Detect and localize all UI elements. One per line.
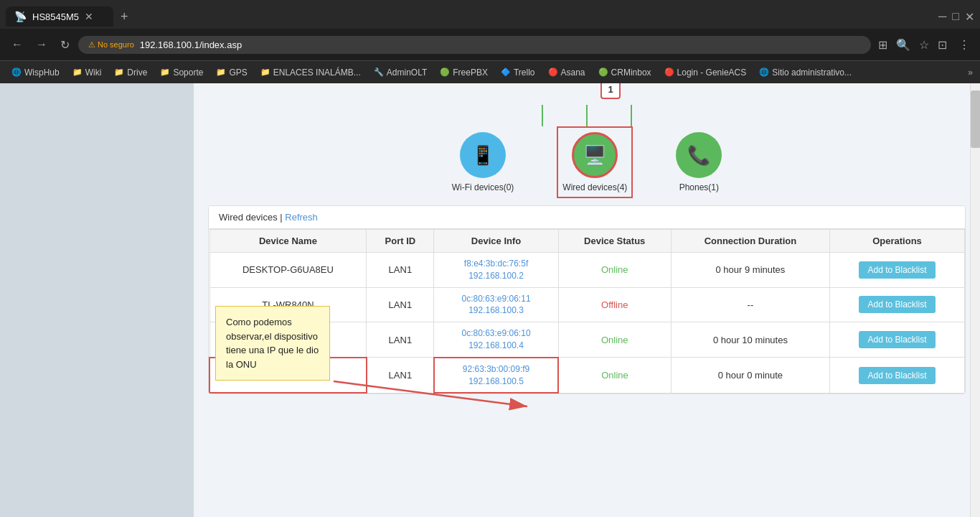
col-device-status: Device Status (558, 230, 671, 253)
wired-devices-label: Wired devices(4) (562, 182, 627, 192)
address-bar[interactable]: ⚠ No seguro (78, 36, 871, 54)
browser-actions: ⊞ 🔍 ☆ ⊡ ⋮ (875, 35, 973, 55)
wired-icon-circle: 🖥️ (572, 132, 618, 178)
menu-button[interactable]: ⋮ (956, 35, 973, 55)
table-header-row: Device Name Port ID Device Info Device S… (209, 230, 965, 253)
port-id-cell: LAN1 (367, 322, 434, 358)
wifi-devices-label: Wi-Fi devices(0) (452, 182, 514, 192)
device-info-cell: 0c:80:63:e9:06:10192.168.100.4 (434, 322, 558, 358)
table-header: Wired devices | Refresh (209, 206, 965, 229)
connection-duration-cell: 0 hour 0 minute (671, 358, 829, 393)
device-status-cell: Online (558, 322, 671, 358)
url-input[interactable] (140, 39, 861, 50)
bookmark-sitio[interactable]: 🌐Sitio administrativo... (755, 66, 856, 79)
diagram-area: 1 📱 Wi-Fi devices(0) 🖥️ (194, 83, 980, 205)
device-status-cell: Online (558, 358, 671, 393)
forward-button[interactable]: → (32, 35, 52, 54)
badge-1: 1 (600, 83, 621, 99)
table-title: Wired devices (219, 212, 278, 223)
table-row: DESKTOP-G6UA8EU LAN1 f8:e4:3b:dc:76:5f19… (209, 253, 965, 288)
back-button[interactable]: ← (7, 35, 27, 54)
add-to-blacklist-button[interactable]: Add to Blacklist (859, 261, 935, 279)
wifi-devices-icon[interactable]: 📱 Wi-Fi devices(0) (452, 132, 514, 192)
translate-button[interactable]: ⊞ (875, 35, 890, 55)
new-tab-button[interactable]: + (121, 9, 128, 24)
device-name-cell: DESKTOP-G6UA8EU (209, 253, 367, 288)
col-port-id: Port ID (367, 230, 434, 253)
refresh-link[interactable]: Refresh (285, 212, 318, 223)
bookmark-asana[interactable]: 🔴Asana (544, 66, 590, 79)
port-id-cell: LAN1 (367, 287, 434, 322)
bookmarks-bar: 🌐WispHub 📁Wiki 📁Drive 📁Soporte 📁GPS 📁ENL… (0, 60, 980, 83)
phones-label: Phones(1) (679, 182, 719, 192)
connection-duration-cell: -- (671, 287, 829, 322)
scrollbar-thumb[interactable] (971, 90, 980, 148)
bookmark-drive[interactable]: 📁Drive (110, 66, 151, 79)
zoom-button[interactable]: 🔍 (893, 35, 913, 55)
col-connection-duration: Connection Duration (671, 230, 829, 253)
tab-favicon: 📡 (14, 11, 27, 22)
wired-devices-icon[interactable]: 🖥️ Wired devices(4) (557, 126, 633, 198)
tab-close-button[interactable]: ✕ (85, 11, 93, 22)
add-to-blacklist-button[interactable]: Add to Blacklist (859, 331, 935, 348)
device-info-cell: 0c:80:63:e9:06:11192.168.100.3 (434, 287, 558, 322)
col-device-info: Device Info (434, 230, 558, 253)
bookmark-adminolt[interactable]: 🔧AdminOLT (369, 66, 431, 79)
device-info-cell: f8:e4:3b:dc:76:5f192.168.100.2 (434, 253, 558, 288)
tab-title: HS8545M5 (32, 11, 79, 22)
bookmark-enlaces[interactable]: 📁ENLACES INALÁMB... (256, 66, 365, 79)
operations-cell: Add to Blacklist (830, 287, 965, 322)
wifi-icon-circle: 📱 (460, 132, 506, 178)
extensions-button[interactable]: ⊡ (935, 35, 950, 55)
add-to-blacklist-button[interactable]: Add to Blacklist (859, 296, 935, 313)
bookmark-freepbx[interactable]: 🟢FreePBX (435, 66, 492, 79)
bookmark-wiki[interactable]: 📁Wiki (68, 66, 106, 79)
main-area: 1 📱 Wi-Fi devices(0) 🖥️ (194, 83, 980, 517)
annotation-box: Como podemos observar,el dispositivo tie… (215, 306, 330, 381)
page-content: 1 📱 Wi-Fi devices(0) 🖥️ (0, 83, 980, 517)
connection-duration-cell: 0 hour 10 minutes (671, 322, 829, 358)
phones-icon[interactable]: 📞 Phones(1) (676, 132, 722, 192)
connection-duration-cell: 0 hour 9 minutes (671, 253, 829, 288)
device-status-cell: Offline (558, 287, 671, 322)
operations-cell: Add to Blacklist (830, 253, 965, 288)
bookmark-trello[interactable]: 🔷Trello (496, 66, 540, 79)
port-id-cell: LAN1 (367, 253, 434, 288)
col-device-name: Device Name (209, 230, 367, 253)
svg-line-1 (334, 381, 527, 406)
col-operations: Operations (830, 230, 965, 253)
device-icons-row: 📱 Wi-Fi devices(0) 🖥️ Wired devices(4) 📞 (452, 126, 722, 198)
bookmark-wisphub[interactable]: 🌐WispHub (7, 66, 64, 79)
maximize-button[interactable]: □ (952, 10, 959, 23)
scrollbar-track[interactable] (970, 83, 980, 517)
security-indicator: ⚠ No seguro (88, 40, 134, 50)
more-bookmarks-button[interactable]: » (968, 67, 973, 78)
device-status-cell: Online (558, 253, 671, 288)
refresh-button[interactable]: ↻ (56, 35, 74, 55)
minimize-button[interactable]: ─ (938, 10, 946, 23)
close-window-button[interactable]: ✕ (965, 10, 974, 24)
annotation-text: Como podemos observar,el dispositivo tie… (226, 317, 319, 370)
sidebar (0, 83, 194, 517)
add-to-blacklist-button[interactable]: Add to Blacklist (859, 367, 935, 384)
browser-chrome: 📡 HS8545M5 ✕ + ─ □ ✕ ← → ↻ ⚠ No seguro ⊞… (0, 0, 980, 83)
annotation-arrow (334, 374, 556, 417)
bookmark-genieacs[interactable]: 🔴Login - GenieACS (660, 66, 751, 79)
phone-icon-circle: 📞 (676, 132, 722, 178)
bookmark-crminbox[interactable]: 🟢CRMinbox (594, 66, 656, 79)
operations-cell: Add to Blacklist (830, 322, 965, 358)
tab-bar: 📡 HS8545M5 ✕ + ─ □ ✕ (0, 0, 980, 29)
bookmark-star-button[interactable]: ☆ (916, 35, 932, 55)
operations-cell: Add to Blacklist (830, 358, 965, 393)
bookmark-soporte[interactable]: 📁Soporte (156, 66, 207, 79)
navigation-bar: ← → ↻ ⚠ No seguro ⊞ 🔍 ☆ ⊡ ⋮ (0, 29, 980, 60)
bookmark-gps[interactable]: 📁GPS (212, 66, 251, 79)
active-tab[interactable]: 📡 HS8545M5 ✕ (6, 6, 113, 27)
